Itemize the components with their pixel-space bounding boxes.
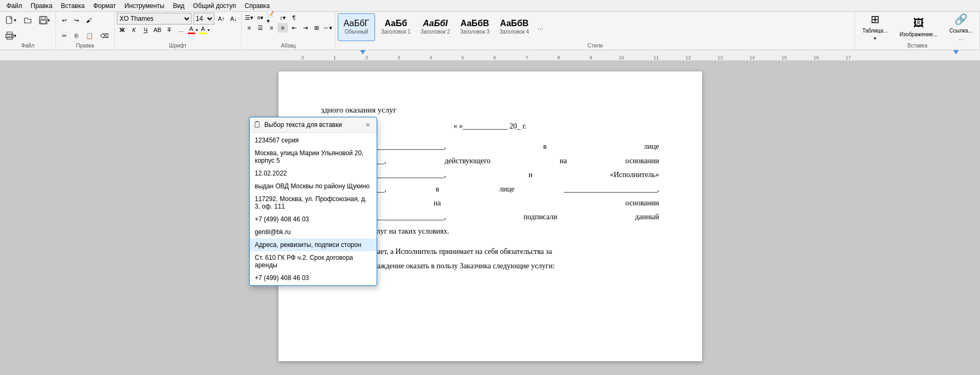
list-unordered-btn[interactable]: ☰▾ — [244, 13, 254, 22]
style-heading2[interactable]: АаБбI Заголовок 2 — [417, 13, 454, 41]
popup-item-0[interactable]: 1234567 серия — [250, 134, 377, 147]
popup-item-5[interactable]: +7 (499) 408 46 03 — [250, 213, 377, 226]
menu-insert[interactable]: Вставка — [57, 1, 89, 11]
style-obychny-label: Обычный — [345, 29, 368, 35]
style-heading2-label: Заголовок 2 — [420, 29, 450, 35]
svg-rect-2 — [41, 17, 45, 19]
popup-item-2[interactable]: 12.02.2022 — [250, 167, 377, 180]
new-file-btn[interactable]: ▾ — [2, 13, 20, 28]
pravka-section: ↩ ↪ 🖌 ✂ ⎘ 📋 ⌫ Правка — [56, 12, 115, 50]
file-section-label: Файл — [0, 43, 55, 49]
table-icon: ⊞ — [871, 13, 880, 26]
link-insert-label: Ссылка... — [949, 28, 973, 34]
svg-point-7 — [11, 35, 12, 36]
table-insert-label: Таблица... — [862, 28, 888, 34]
font-size-decrease-btn[interactable]: A↓ — [228, 14, 239, 23]
undo-btn[interactable]: ↩ — [58, 13, 70, 28]
style-heading3-label: Заголовок 3 — [460, 29, 489, 35]
vstavka-section-label: Вставка — [855, 43, 979, 49]
copy-btn[interactable]: ⎘ — [70, 28, 82, 43]
popup-item-4[interactable]: 117292, Москва, ул. Профсоюзная, д. 3, о… — [250, 193, 377, 213]
style-heading1-preview: АаБб — [385, 19, 407, 28]
abzac-section-label: Абзац — [242, 43, 335, 49]
print-btn[interactable]: ▾ — [2, 28, 20, 43]
shrift-section: XO Thames 14 A↑ A↓ Ж К Ч АВ Т … А — [115, 12, 242, 50]
image-insert-btn[interactable]: 🖼 Изображение... — [895, 13, 942, 41]
popup-close-btn[interactable]: × — [364, 121, 372, 129]
menu-help[interactable]: Справка — [240, 1, 274, 11]
menu-view[interactable]: Вид — [169, 1, 189, 11]
popup-header: Выбор текста для вставки × — [250, 117, 377, 133]
link-insert-btn[interactable]: 🔗 Ссылка... … — [944, 13, 977, 41]
paste-icon — [254, 121, 261, 129]
popup-item-3[interactable]: выдан ОВД Москвы по району Щукино — [250, 180, 377, 193]
svg-rect-8 — [255, 122, 259, 127]
indent-decrease-btn[interactable]: ⇤ — [289, 23, 299, 33]
align-justify-btn[interactable]: ≡ — [277, 23, 288, 33]
style-heading3-preview: АаБбВ — [460, 19, 489, 28]
font-color-btn[interactable]: А ▾ — [187, 25, 198, 35]
popup-item-8[interactable]: Ст. 610 ГК РФ ч.2. Срок договора аренды — [250, 251, 377, 272]
more-styles-btn[interactable]: … — [535, 22, 546, 32]
eraser-btn[interactable]: ⌫ — [97, 28, 112, 43]
list-ordered-btn[interactable]: ≡▾ — [255, 13, 266, 22]
popup-item-9[interactable]: +7 (499) 408 46 03 — [250, 272, 377, 284]
link-icon: 🔗 — [954, 13, 968, 26]
text-insert-popup[interactable]: Выбор текста для вставки × 1234567 серия… — [249, 117, 377, 286]
popup-item-1[interactable]: Москва, улица Марии Ульяновой 20, корпус… — [250, 147, 377, 167]
indent-increase-btn[interactable]: ⇥ — [300, 23, 310, 33]
font-size-increase-btn[interactable]: A↑ — [216, 14, 227, 23]
abzac-section: ☰▾ ≡▾ 📝▾ ↕▾ ¶ ≡ ☰ ≡ ≡ ⇤ ⇥ ⊞ ↔▾ Абзац — [242, 12, 336, 50]
doc-line-1: здного оказания услуг — [321, 103, 659, 116]
menu-file[interactable]: Файл — [2, 1, 27, 11]
document-area[interactable]: Выбор текста для вставки × 1234567 серия… — [0, 61, 980, 372]
ruler: 2 1 2 3 4 5 6 7 8 9 10 11 12 13 14 15 16… — [0, 50, 980, 61]
table-align-btn[interactable]: ⊞ — [311, 23, 322, 33]
style-heading4-preview: АаБбВ — [500, 19, 529, 28]
spacing-btn[interactable]: ↔▾ — [322, 23, 333, 33]
italic-btn[interactable]: К — [129, 25, 139, 35]
open-file-btn[interactable] — [20, 13, 35, 28]
paragraph-mark-btn[interactable]: ¶ — [289, 13, 299, 22]
strikethrough-btn[interactable]: Т — [164, 25, 174, 35]
format-painter-btn[interactable]: 🖌 — [83, 13, 95, 28]
align-center-btn[interactable]: ☰ — [255, 23, 266, 33]
table-insert-btn[interactable]: ⊞ Таблица... ▾ — [857, 13, 893, 41]
vstavka-section: ⊞ Таблица... ▾ 🖼 Изображение... 🔗 Ссылка… — [855, 12, 980, 50]
align-right-btn[interactable]: ≡ — [266, 23, 277, 33]
cut-btn[interactable]: ✂ — [58, 28, 70, 43]
caps-btn[interactable]: АВ — [152, 25, 163, 35]
font-name-select[interactable]: XO Thames — [117, 13, 192, 25]
align-left-btn[interactable]: ≡ — [244, 23, 254, 33]
save-btn[interactable]: ▾ — [36, 13, 53, 28]
style-obychny-preview: АаБбГ — [344, 19, 369, 28]
menu-tools[interactable]: Инструменты — [120, 1, 169, 11]
style-heading1-label: Заголовок 1 — [381, 29, 410, 35]
bold-btn[interactable]: Ж — [117, 25, 128, 35]
menu-edit[interactable]: Правка — [27, 1, 57, 11]
style-heading2-preview: АаБбI — [423, 19, 448, 28]
highlight-color-btn[interactable]: А ▾ — [199, 25, 210, 35]
menu-bar: Файл Правка Вставка Формат Инструменты В… — [0, 0, 980, 12]
popup-title-area: Выбор текста для вставки — [254, 121, 342, 129]
style-heading4[interactable]: АаБбВ Заголовок 4 — [496, 13, 533, 41]
redo-btn[interactable]: ↪ — [70, 13, 82, 28]
more-format-btn[interactable]: … — [176, 25, 186, 35]
font-size-select[interactable]: 14 — [193, 13, 214, 25]
menu-format[interactable]: Формат — [89, 1, 121, 11]
document-page[interactable]: Выбор текста для вставки × 1234567 серия… — [278, 71, 702, 361]
popup-item-7[interactable]: Адреса, реквизиты, подписи сторон — [250, 238, 377, 251]
stili-section-label: Стили — [336, 43, 855, 49]
outline-btn[interactable]: 📝▾ — [266, 13, 277, 22]
paste-btn[interactable]: 📋 — [83, 28, 97, 43]
svg-rect-3 — [41, 20, 46, 23]
line-spacing-btn[interactable]: ↕▾ — [277, 13, 288, 22]
image-insert-label: Изображение... — [899, 31, 937, 37]
underline-btn[interactable]: Ч — [140, 25, 151, 35]
popup-item-6[interactable]: gentil@bk.ru — [250, 226, 377, 238]
style-heading3[interactable]: АаБбВ Заголовок 3 — [456, 13, 493, 41]
menu-share[interactable]: Общий доступ — [189, 1, 241, 11]
style-heading1[interactable]: АаБб Заголовок 1 — [377, 13, 415, 41]
image-icon: 🖼 — [913, 17, 924, 29]
style-obychny[interactable]: АаБбГ Обычный — [338, 13, 375, 41]
